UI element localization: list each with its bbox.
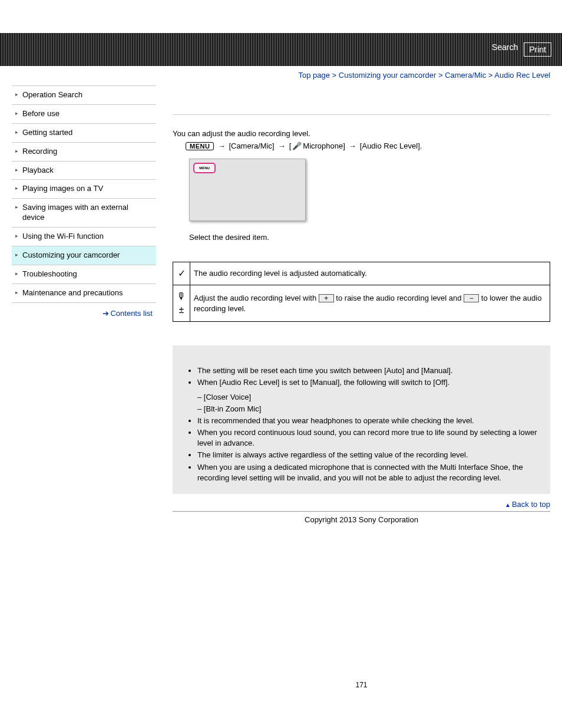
main-content: You can adjust the audio recording level… bbox=[156, 85, 550, 689]
arrow-up-icon: ▲ bbox=[505, 502, 511, 508]
note-item: When [Audio Rec Level] is set to [Manual… bbox=[197, 377, 540, 414]
sidebar-item[interactable]: Operation Search bbox=[12, 86, 156, 105]
note-item: The setting will be reset each time you … bbox=[197, 365, 540, 376]
arrow-right-icon: ➔ bbox=[103, 309, 109, 318]
sidebar: Operation Search Before use Getting star… bbox=[12, 85, 156, 318]
breadcrumb-l2[interactable]: Camera/Mic bbox=[445, 71, 486, 80]
intro-text: You can adjust the audio recording level… bbox=[173, 129, 550, 138]
arrow-icon: → bbox=[278, 141, 286, 150]
sidebar-item[interactable]: Maintenance and precautions bbox=[12, 284, 156, 303]
option-auto-text: The audio recording level is adjusted au… bbox=[190, 262, 550, 285]
sidebar-item[interactable]: Recording bbox=[12, 143, 156, 162]
arrow-icon: → bbox=[349, 141, 356, 150]
note-subitem: [Blt-in Zoom Mic] bbox=[206, 404, 540, 414]
sidebar-item-active[interactable]: Customizing your camcorder bbox=[12, 246, 156, 265]
contents-list-link[interactable]: Contents list bbox=[110, 309, 153, 318]
path-segment: [🎤Microphone] bbox=[289, 141, 345, 150]
path-segment: [Camera/Mic] bbox=[229, 141, 274, 150]
screen-mockup: MENU bbox=[189, 159, 306, 221]
back-to-top-row: ▲Back to top bbox=[173, 494, 550, 512]
note-item: The limiter is always active regardless … bbox=[197, 450, 540, 460]
menu-path: MENU → [Camera/Mic] → [🎤Microphone] → [A… bbox=[173, 141, 550, 150]
mic-adjust-icon: 🎙± bbox=[173, 285, 190, 322]
table-row: ✓ The audio recording level is adjusted … bbox=[173, 262, 550, 285]
option-manual-text: Adjust the audio recording level with + … bbox=[190, 285, 550, 322]
mic-icon: 🎤 bbox=[292, 141, 302, 150]
search-link[interactable]: Search bbox=[492, 42, 518, 57]
menu-highlight: MENU bbox=[193, 163, 216, 173]
arrow-icon: → bbox=[217, 141, 225, 150]
step-text: Select the desired item. bbox=[173, 229, 550, 246]
note-item: When you record continuous loud sound, y… bbox=[197, 427, 540, 449]
notes-list: The setting will be reset each time you … bbox=[183, 365, 540, 483]
header-banner: Search Print bbox=[0, 33, 562, 66]
sidebar-item[interactable]: Playing images on a TV bbox=[12, 180, 156, 199]
sidebar-list: Operation Search Before use Getting star… bbox=[12, 85, 156, 303]
sidebar-item[interactable]: Saving images with an external device bbox=[12, 199, 156, 228]
sidebar-item[interactable]: Playback bbox=[12, 162, 156, 180]
path-segment: [Audio Rec Level]. bbox=[360, 141, 422, 150]
options-table: ✓ The audio recording level is adjusted … bbox=[173, 262, 550, 322]
check-icon: ✓ bbox=[173, 262, 190, 285]
note-subitem: [Closer Voice] bbox=[206, 392, 540, 403]
notes-heading bbox=[183, 354, 540, 362]
breadcrumb-current: Audio Rec Level bbox=[494, 71, 550, 80]
notes-block: The setting will be reset each time you … bbox=[173, 345, 550, 494]
table-row: 🎙± Adjust the audio recording level with… bbox=[173, 285, 550, 322]
page-title bbox=[173, 85, 550, 115]
menu-badge: MENU bbox=[186, 142, 214, 150]
sidebar-item[interactable]: Getting started bbox=[12, 124, 156, 143]
page-number: 171 bbox=[173, 528, 550, 689]
minus-button-icon: − bbox=[464, 294, 479, 302]
sidebar-item[interactable]: Troubleshooting bbox=[12, 265, 156, 284]
note-item: When you are using a dedicated microphon… bbox=[197, 462, 540, 483]
copyright: Copyright 2013 Sony Corporation bbox=[173, 512, 550, 528]
breadcrumb-l1[interactable]: Customizing your camcorder bbox=[339, 71, 436, 80]
back-to-top-link[interactable]: Back to top bbox=[512, 500, 550, 509]
breadcrumb-top[interactable]: Top page bbox=[298, 71, 330, 80]
breadcrumb: Top page > Customizing your camcorder > … bbox=[0, 66, 562, 80]
print-button[interactable]: Print bbox=[524, 42, 551, 57]
plus-button-icon: + bbox=[319, 294, 334, 302]
sidebar-item[interactable]: Using the Wi-Fi function bbox=[12, 228, 156, 246]
note-item: It is recommended that you wear headphon… bbox=[197, 416, 540, 426]
sidebar-item[interactable]: Before use bbox=[12, 105, 156, 124]
